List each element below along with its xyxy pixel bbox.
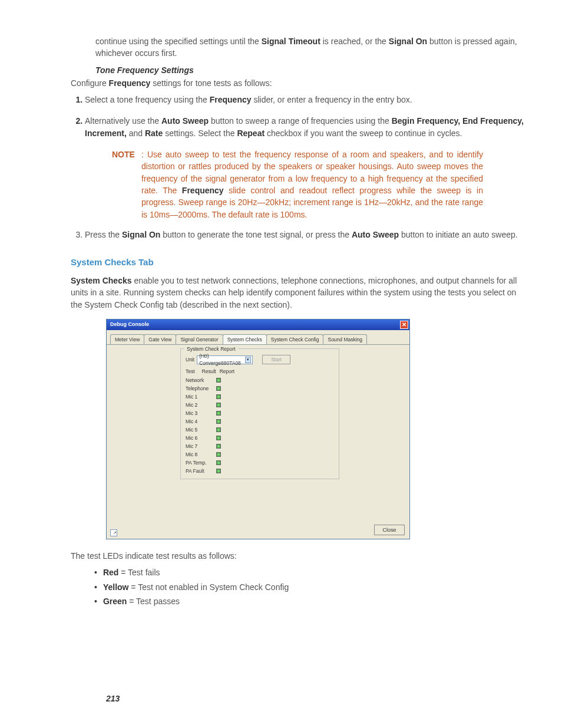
steps-list: Select a tone frequency using the Freque… bbox=[71, 94, 527, 139]
table-row: Mic 8 bbox=[186, 450, 221, 459]
table-row: Mic 7 bbox=[186, 442, 221, 450]
debug-console-title: Debug Console bbox=[110, 321, 149, 328]
led-yellow: Yellow = Test not enabled in System Chec… bbox=[94, 581, 527, 593]
unit-label: Unit bbox=[186, 356, 194, 363]
close-button[interactable]: Close bbox=[374, 525, 405, 535]
fieldset-legend: System Check Report bbox=[184, 345, 238, 353]
system-checks-paragraph: System Checks enable you to test network… bbox=[71, 275, 527, 311]
led-green: Green = Test passes bbox=[94, 595, 527, 607]
tab-sound-masking[interactable]: Sound Masking bbox=[323, 334, 367, 344]
system-checks-heading: System Checks Tab bbox=[71, 256, 527, 269]
continuation-paragraph: continue using the specified settings un… bbox=[95, 35, 527, 60]
test-name: Telephone bbox=[186, 385, 210, 392]
led-icon bbox=[216, 386, 221, 391]
led-red: Red = Test fails bbox=[94, 566, 527, 578]
test-name: Network bbox=[186, 377, 210, 384]
corner-widget[interactable]: ↗ bbox=[110, 529, 117, 536]
led-icon bbox=[216, 411, 221, 416]
note-block: NOTE: Use auto sweep to test the frequen… bbox=[112, 149, 489, 220]
col-test: Test bbox=[186, 368, 195, 375]
test-name: Mic 6 bbox=[186, 434, 210, 442]
col-result: Result bbox=[202, 368, 216, 375]
steps-list-cont: Press the Signal On button to generate t… bbox=[71, 229, 527, 241]
chevron-down-icon: ▼ bbox=[245, 357, 252, 363]
table-row: Mic 6 bbox=[186, 434, 221, 442]
tab-system-check-config[interactable]: System Check Config bbox=[266, 334, 324, 344]
tab-gate-view[interactable]: Gate View bbox=[144, 334, 176, 344]
debug-console-window: Debug Console ✕ Meter ViewGate ViewSigna… bbox=[106, 319, 410, 539]
leds-list: Red = Test fails Yellow = Test not enabl… bbox=[94, 566, 527, 607]
start-button[interactable]: Start bbox=[262, 355, 290, 364]
test-list: NetworkTelephoneMic 1Mic 2Mic 3Mic 4Mic … bbox=[186, 376, 221, 475]
col-report: Report bbox=[220, 368, 235, 375]
test-name: Mic 7 bbox=[186, 443, 210, 450]
page-number: 213 bbox=[106, 693, 120, 704]
unit-select[interactable]: (H0) Converge880TA08 ▼ bbox=[197, 355, 253, 364]
table-row: Mic 1 bbox=[186, 393, 221, 401]
table-row: PA Fault bbox=[186, 467, 221, 475]
test-name: Mic 3 bbox=[186, 410, 210, 417]
test-name: PA Temp. bbox=[186, 459, 210, 466]
led-icon bbox=[216, 427, 221, 432]
tab-meter-view[interactable]: Meter View bbox=[110, 334, 144, 344]
test-name: Mic 1 bbox=[186, 393, 210, 400]
tab-system-checks[interactable]: System Checks bbox=[223, 334, 267, 344]
leds-intro: The test LEDs indicate test results as f… bbox=[71, 550, 527, 562]
table-row: Mic 3 bbox=[186, 409, 221, 417]
test-name: Mic 4 bbox=[186, 418, 210, 425]
led-icon bbox=[216, 378, 221, 383]
test-name: Mic 5 bbox=[186, 426, 210, 433]
debug-console-body: System Check Report Unit (H0) Converge88… bbox=[107, 344, 409, 539]
test-name: Mic 8 bbox=[186, 451, 210, 458]
table-row: Mic 2 bbox=[186, 401, 221, 409]
table-row: Mic 4 bbox=[186, 417, 221, 426]
test-name: PA Fault bbox=[186, 467, 210, 475]
step-3: Press the Signal On button to generate t… bbox=[85, 229, 527, 241]
led-icon bbox=[216, 469, 221, 473]
close-icon[interactable]: ✕ bbox=[400, 321, 408, 329]
system-check-report-fieldset: System Check Report Unit (H0) Converge88… bbox=[180, 348, 339, 479]
led-icon bbox=[216, 444, 221, 449]
table-row: Mic 5 bbox=[186, 426, 221, 434]
table-row: PA Temp. bbox=[186, 459, 221, 467]
step-1: Select a tone frequency using the Freque… bbox=[85, 94, 527, 106]
table-row: Network bbox=[186, 376, 221, 384]
step-2: Alternatively use the Auto Sweep button … bbox=[85, 115, 527, 139]
tab-signal-generator[interactable]: Signal Generator bbox=[176, 334, 223, 344]
led-icon bbox=[216, 436, 221, 440]
led-icon bbox=[216, 460, 221, 465]
tone-frequency-heading: Tone Frequency Settings bbox=[95, 64, 527, 76]
configure-paragraph: Configure Frequency settings for tone te… bbox=[71, 77, 527, 89]
unit-select-value: (H0) Converge880TA08 bbox=[199, 353, 244, 367]
debug-console-titlebar[interactable]: Debug Console ✕ bbox=[107, 319, 409, 330]
led-icon bbox=[216, 403, 221, 407]
table-row: Telephone bbox=[186, 384, 221, 393]
led-icon bbox=[216, 452, 221, 457]
test-name: Mic 2 bbox=[186, 401, 210, 409]
led-icon bbox=[216, 394, 221, 399]
debug-console-tabs: Meter ViewGate ViewSignal GeneratorSyste… bbox=[107, 330, 409, 344]
led-icon bbox=[216, 419, 221, 424]
